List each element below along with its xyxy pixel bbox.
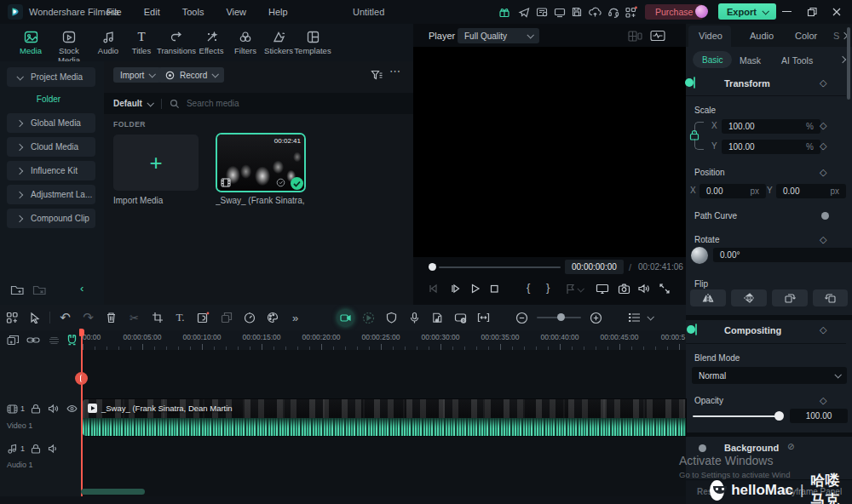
- menu-file[interactable]: File: [95, 0, 133, 24]
- split-scissors-icon[interactable]: ✂: [123, 305, 146, 330]
- current-timecode[interactable]: 00:00:00:00: [565, 260, 624, 274]
- upload-cloud-icon[interactable]: [589, 6, 602, 18]
- record-button[interactable]: Record: [158, 67, 224, 83]
- scale-x-keyframe-icon[interactable]: ◇: [820, 120, 826, 131]
- more-options-icon[interactable]: ⋯: [389, 65, 401, 77]
- screen-record-icon[interactable]: [449, 305, 472, 330]
- quick-record-icon[interactable]: [334, 305, 357, 330]
- tab-filters[interactable]: Filters: [227, 27, 264, 55]
- tab-stock-media[interactable]: Stock Media: [47, 27, 91, 65]
- gift-icon[interactable]: [498, 6, 510, 18]
- subtab-mask[interactable]: Mask: [740, 55, 761, 66]
- more-tools-icon[interactable]: »: [284, 305, 307, 330]
- tab-templates[interactable]: Templates: [294, 27, 331, 55]
- color-palette-icon[interactable]: [261, 305, 284, 330]
- collapse-sidebar-icon[interactable]: ‹: [80, 282, 83, 295]
- rotate-cw-button[interactable]: [772, 289, 808, 306]
- shortcut-panel-icon[interactable]: [536, 6, 548, 18]
- delete-icon[interactable]: [100, 305, 123, 330]
- menu-tools[interactable]: Tools: [171, 0, 216, 24]
- compositing-keyframe-icon[interactable]: ◇: [820, 324, 826, 335]
- subtab-basic[interactable]: Basic: [693, 51, 732, 68]
- rotate-field[interactable]: 0.00°: [713, 248, 852, 262]
- media-clip-thumbnail[interactable]: 00:02:41: [217, 135, 304, 191]
- zoom-in-icon[interactable]: [584, 305, 607, 330]
- filter-icon[interactable]: [371, 69, 383, 81]
- zoom-out-icon[interactable]: [510, 305, 533, 330]
- sort-dropdown[interactable]: Default: [113, 99, 142, 108]
- crop-icon[interactable]: [146, 305, 169, 330]
- next-frame-icon[interactable]: [449, 283, 461, 295]
- range-marker-icon[interactable]: [472, 305, 495, 330]
- playhead[interactable]: [81, 330, 83, 496]
- flip-vertical-button[interactable]: [731, 289, 767, 306]
- timeline-hscrollbar[interactable]: [81, 489, 145, 495]
- mic-icon[interactable]: [403, 305, 426, 330]
- scale-lock-icon[interactable]: [689, 129, 699, 140]
- mark-out-icon[interactable]: }: [546, 281, 550, 294]
- mute-track-icon[interactable]: [48, 404, 59, 414]
- tab-color[interactable]: Color: [795, 31, 817, 41]
- scale-y-keyframe-icon[interactable]: ◇: [820, 140, 826, 152]
- lock-track-icon[interactable]: [31, 444, 41, 454]
- marker-caret-icon[interactable]: [577, 285, 584, 292]
- play-icon[interactable]: [469, 283, 481, 295]
- sidebar-item-adjustment-layer[interactable]: Adjustment La...: [7, 185, 95, 204]
- layers-icon[interactable]: [48, 336, 60, 345]
- scale-y-field[interactable]: 100.00%: [722, 140, 820, 154]
- search-input[interactable]: [185, 98, 359, 109]
- tab-audio[interactable]: Audio: [750, 31, 774, 41]
- position-x-field[interactable]: 0.00px: [699, 184, 766, 198]
- transform-toggle[interactable]: [694, 77, 695, 89]
- tab-video[interactable]: Video: [699, 31, 722, 41]
- compositing-toggle[interactable]: [695, 324, 697, 335]
- keyframe-panel-button[interactable]: Keyframe Panel: [781, 487, 842, 496]
- fullscreen-icon[interactable]: [659, 283, 671, 295]
- mute-track-icon[interactable]: [48, 444, 59, 454]
- audio-asset-icon[interactable]: [426, 305, 449, 330]
- hide-track-icon[interactable]: [66, 404, 78, 413]
- previous-frame-icon[interactable]: [427, 283, 439, 295]
- subtab-ai-tools[interactable]: AI Tools: [781, 55, 813, 66]
- link-clips-icon[interactable]: [26, 335, 40, 345]
- layout-icon[interactable]: [0, 305, 23, 330]
- sidebar-item-influence-kit[interactable]: Influence Kit: [7, 161, 95, 180]
- tab-effects[interactable]: Effects: [193, 27, 230, 55]
- flip-horizontal-button[interactable]: [690, 289, 726, 306]
- volume-icon[interactable]: [637, 283, 650, 295]
- minimize-icon[interactable]: [782, 11, 792, 12]
- save-icon[interactable]: [571, 6, 583, 18]
- tab-speed-clipped[interactable]: S: [833, 31, 839, 41]
- mask-icon[interactable]: [192, 305, 215, 330]
- import-button[interactable]: Import: [113, 67, 161, 83]
- delete-folder-icon[interactable]: [32, 284, 47, 296]
- track-manager-caret-icon[interactable]: [647, 313, 653, 320]
- playhead-handle[interactable]: [79, 329, 84, 336]
- reset-button[interactable]: Reset: [697, 487, 720, 496]
- transform-keyframe-icon[interactable]: ◇: [820, 77, 826, 89]
- track-manager-icon[interactable]: [623, 305, 646, 330]
- position-keyframe-icon[interactable]: ◇: [820, 167, 826, 178]
- new-folder-icon[interactable]: [10, 284, 25, 296]
- account-avatar[interactable]: [695, 5, 708, 18]
- speed-icon[interactable]: [238, 305, 261, 330]
- scale-x-field[interactable]: 100.00%: [722, 119, 820, 134]
- tab-audio[interactable]: Audio: [89, 27, 127, 55]
- redo-icon[interactable]: ↷: [77, 305, 100, 330]
- menu-edit[interactable]: Edit: [133, 0, 171, 24]
- mirror-display-icon[interactable]: [596, 283, 609, 295]
- sidebar-item-cloud-media[interactable]: Cloud Media: [7, 137, 95, 157]
- tab-media[interactable]: Media: [12, 27, 49, 55]
- opacity-keyframe-icon[interactable]: ◇: [820, 395, 826, 406]
- sidebar-item-global-media[interactable]: Global Media: [7, 113, 95, 133]
- rotate-ccw-button[interactable]: [813, 289, 848, 306]
- playhead-marker-badge[interactable]: [75, 372, 88, 385]
- sidebar-item-compound-clip[interactable]: Compound Clip: [7, 209, 95, 228]
- opacity-slider-handle[interactable]: [774, 411, 784, 421]
- seek-handle[interactable]: [429, 263, 436, 271]
- shield-icon[interactable]: [380, 305, 403, 330]
- timeline-clip[interactable]: _Sway_ (Frank Sinatra, Dean Martin: [83, 399, 686, 436]
- mark-in-icon[interactable]: {: [527, 281, 530, 294]
- blend-mode-dropdown[interactable]: Normal: [692, 367, 847, 384]
- select-cursor-icon[interactable]: [23, 305, 46, 330]
